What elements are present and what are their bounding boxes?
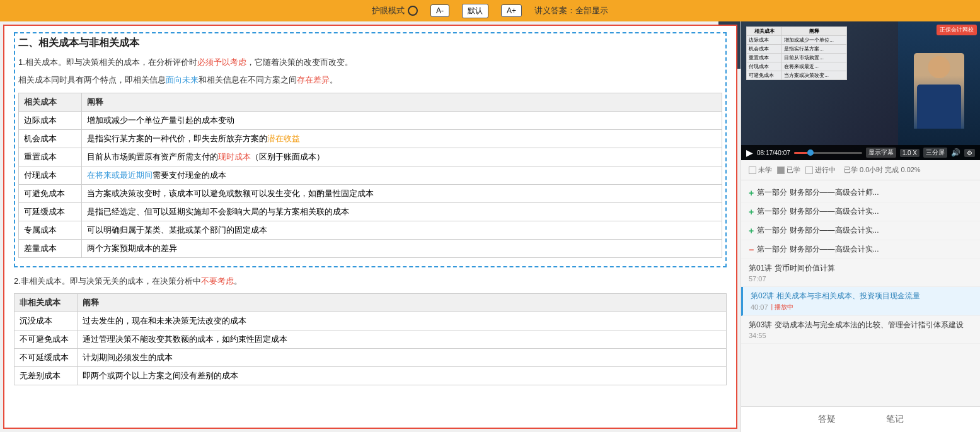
section-label-1: 第一部分 财务部分——高级会计师... — [757, 187, 879, 198]
course-item-3[interactable]: 第03讲 变动成本法与完全成本法的比较、管理会计指引体系建设 34:55 — [741, 316, 980, 344]
section-plus-icon-3: + — [749, 226, 754, 236]
section-label-2: 第一部分 财务部分——高级会计实... — [757, 206, 879, 217]
course-section-1[interactable]: + 第一部分 财务部分——高级会计师... — [741, 184, 980, 202]
video-area: 相关成本阐释 边际成本增加或减少一个单位... 机会成本是指实行某方案... 重… — [741, 21, 980, 160]
table-row: 边际成本增加或减少一个单位产量引起的成本变动 — [19, 111, 722, 129]
cost-name: 不可延缓成本 — [14, 349, 78, 367]
time-current: 08:17 — [757, 149, 773, 156]
course-item-1[interactable]: 第01讲 货币时间价值计算 57:07 — [741, 259, 980, 287]
section-label-4: 第一部分 财务部分——高级会计实... — [757, 244, 879, 255]
para1-cont: ，它随着决策的改变而改变。 — [246, 57, 353, 67]
table-row: 差量成本两个方案预期成本的差异 — [19, 239, 722, 257]
not-studied-label: 未学 — [758, 165, 772, 175]
layout-button[interactable]: 三分屏 — [923, 148, 947, 158]
play-button[interactable]: ▶ — [746, 148, 753, 158]
table-row: 沉没成本过去发生的，现在和未来决策无法改变的成本 — [14, 312, 727, 330]
cost-name: 可延缓成本 — [19, 202, 82, 221]
main-layout: 二、相关成本与非相关成本 1.相关成本。即与决策相关的成本，在分析评价时必须予以… — [0, 21, 980, 432]
cost-name: 付现成本 — [19, 166, 82, 184]
table-row: 重置成本目前从市场购置原有资产所需支付的现时成本（区别于账面成本） — [19, 148, 722, 166]
progress-dot — [807, 149, 814, 156]
video-overlay-table: 相关成本阐释 边际成本增加或减少一个单位... 机会成本是指实行某方案... 重… — [746, 26, 847, 80]
cost-name: 无差别成本 — [14, 367, 78, 385]
lecture-answers-label: 讲义答案：全部显示 — [534, 5, 608, 16]
video-controls: ▶ 08:17/40:07 显示字幕 1.0 X 三分屏 🔊 ⚙ — [741, 145, 980, 160]
section-plus-icon-2: + — [749, 207, 754, 217]
para3-text: 2.非相关成本。即与决策无关的成本，在决策分析中 — [14, 276, 201, 286]
section-header-2[interactable]: + 第一部分 财务部分——高级会计实... — [749, 206, 972, 217]
table-row: 付现成本在将来或最近期间需要支付现金的成本 — [19, 166, 722, 184]
cost-desc: 过去发生的，现在和未来决策无法改变的成本 — [78, 312, 727, 330]
para3-highlight: 不要考虑 — [201, 276, 234, 286]
cost-desc: 两个方案预期成本的差异 — [82, 239, 722, 257]
table-row: 专属成本可以明确归属于某类、某批或某个部门的固定成本 — [19, 221, 722, 239]
section-header-3[interactable]: + 第一部分 财务部分——高级会计实... — [749, 225, 972, 236]
table-row: 可避免成本当方案或决策改变时，该成本可以避免或数额可以发生变化，如酌量性固定成本 — [19, 184, 722, 202]
speed-button[interactable]: 1.0 X — [900, 149, 919, 157]
legend-studied: 已学 — [777, 165, 800, 175]
cost-name: 边际成本 — [19, 111, 82, 129]
para1-highlight: 必须予以考虑 — [197, 57, 246, 67]
notes-tab[interactable]: 笔记 — [880, 412, 910, 427]
sound-icon[interactable]: 🔊 — [951, 148, 960, 157]
para1: 1.相关成本。即与决策相关的成本，在分析评价时必须予以考虑，它随着决策的改变而改… — [18, 55, 722, 69]
font-decrease-button[interactable]: A- — [430, 4, 449, 17]
para3: 2.非相关成本。即与决策无关的成本，在决策分析中不要考虑。 — [14, 274, 727, 288]
item-title-2: 第02讲 相关成本与非相关成本、投资项目现金流量 — [751, 291, 972, 301]
course-item-2[interactable]: 第02讲 相关成本与非相关成本、投资项目现金流量 40:07 | 播放中 — [741, 287, 980, 316]
cost-desc: 可以明确归属于某类、某批或某个部门的固定成本 — [82, 221, 722, 239]
para2-end: 。 — [330, 75, 338, 85]
bottom-tabs: 答疑 笔记 — [741, 406, 980, 432]
cost-desc: 计划期间必须发生的成本 — [78, 349, 727, 367]
item-title-3: 第03讲 变动成本法与完全成本法的比较、管理会计指引体系建设 — [749, 320, 972, 330]
video-logo: 正保会计网校 — [937, 25, 977, 35]
cost-name: 专属成本 — [19, 221, 82, 239]
caption-button[interactable]: 显示字幕 — [866, 148, 896, 158]
table-row: 机会成本是指实行某方案的一种代价，即失去所放弃方案的潜在收益 — [19, 129, 722, 148]
cost-desc: 当方案或决策改变时，该成本可以避免或数额可以发生变化，如酌量性固定成本 — [82, 184, 722, 202]
progress-bar[interactable] — [794, 152, 862, 154]
playing-badge: | 播放中 — [771, 303, 793, 312]
video-thumbnail: 相关成本阐释 边际成本增加或减少一个单位... 机会成本是指实行某方案... 重… — [741, 21, 980, 160]
item-title-1: 第01讲 货币时间价值计算 — [749, 263, 972, 274]
para2: 相关成本同时具有两个特点，即相关信息面向未来和相关信息在不同方案之间存在差异。 — [18, 73, 722, 87]
para1-text: 1.相关成本。即与决策相关的成本，在分析评价时 — [18, 57, 197, 67]
non-related-cost-table: 非相关成本 阐释 沉没成本过去发生的，现在和未来决策无法改变的成本不可避免成本通… — [14, 293, 727, 385]
completion-text: 已学 0.0小时 完成 0.02% — [844, 165, 921, 175]
table-row: 不可避免成本通过管理决策不能改变其数额的成本，如约束性固定成本 — [14, 330, 727, 349]
section-header-4[interactable]: − 第一部分 财务部分——高级会计实... — [749, 244, 972, 255]
instructor-head — [928, 56, 950, 78]
course-section-4[interactable]: − 第一部分 财务部分——高级会计实... — [741, 240, 980, 259]
left-content: 二、相关成本与非相关成本 1.相关成本。即与决策相关的成本，在分析评价时必须予以… — [3, 25, 737, 429]
cost-desc: 目前从市场购置原有资产所需支付的现时成本（区别于账面成本） — [82, 148, 722, 166]
cost-desc: 是指已经选定、但可以延期实施却不会影响大局的与某方案相关联的成本 — [82, 202, 722, 221]
cost-name: 机会成本 — [19, 129, 82, 148]
para3-end: 。 — [234, 276, 242, 286]
course-section-2[interactable]: + 第一部分 财务部分——高级会计实... — [741, 202, 980, 221]
font-default-button[interactable]: 默认 — [462, 4, 488, 18]
instructor-body — [917, 85, 961, 129]
legend-studied-box — [777, 166, 785, 174]
cost-name: 不可避免成本 — [14, 330, 78, 349]
section-header-1[interactable]: + 第一部分 财务部分——高级会计师... — [749, 187, 972, 198]
eye-mode-toggle[interactable] — [408, 6, 418, 16]
item-meta-3: 34:55 — [749, 332, 972, 339]
legend-not-studied: 未学 — [749, 165, 772, 175]
legend-in-progress-box — [805, 166, 813, 174]
non-related-table-header-2: 阐释 — [78, 294, 727, 312]
related-cost-section: 二、相关成本与非相关成本 1.相关成本。即与决策相关的成本，在分析评价时必须予以… — [14, 32, 727, 267]
eye-mode-text: 护眼模式 — [372, 5, 405, 16]
section-label-3: 第一部分 财务部分——高级会计实... — [757, 225, 879, 236]
font-increase-button[interactable]: A+ — [501, 4, 522, 17]
non-related-table-header-1: 非相关成本 — [14, 294, 78, 312]
table-row: 可延缓成本是指已经选定、但可以延期实施却不会影响大局的与某方案相关联的成本 — [19, 202, 722, 221]
related-table-header-1: 相关成本 — [19, 93, 82, 111]
ask-tab[interactable]: 答疑 — [812, 412, 842, 427]
section-title: 二、相关成本与非相关成本 — [18, 37, 722, 50]
course-section-3[interactable]: + 第一部分 财务部分——高级会计实... — [741, 221, 980, 240]
cost-desc: 增加或减少一个单位产量引起的成本变动 — [82, 111, 722, 129]
settings-button[interactable]: ⚙ — [964, 149, 975, 157]
item-duration-3: 34:55 — [749, 332, 766, 339]
para2-h2: 存在差异 — [297, 75, 330, 85]
instructor-area — [898, 21, 980, 160]
